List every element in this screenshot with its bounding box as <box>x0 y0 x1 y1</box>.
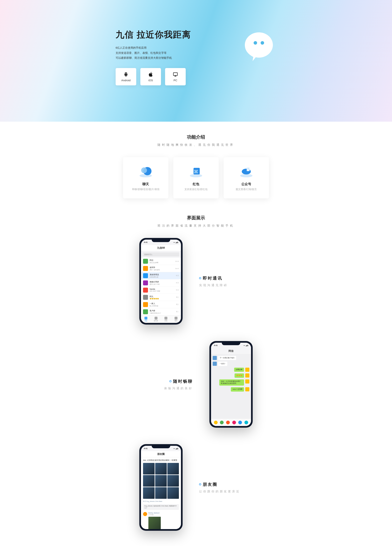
moments-feed: Mei, 记录我在城市里的美好瞬间 一组黄昏 昨天 Dog_Antonio Ch… <box>141 457 181 529</box>
brand-logo <box>241 29 276 64</box>
svg-point-0 <box>254 41 257 45</box>
avatar <box>143 280 148 285</box>
moments-image[interactable] <box>167 463 179 474</box>
showcase-item-chat: 9:41 ••• ◢ ▮ 阿信 下一次我们换个地方 一起去~ 好啊好啊 😊😊😊 … <box>0 341 392 428</box>
svg-rect-9 <box>247 167 250 171</box>
chat-time: 08:45 <box>175 268 179 269</box>
platform-pc-button[interactable]: PC <box>165 68 186 85</box>
tab-messages[interactable]: 消息 <box>141 316 151 323</box>
chat-feature-icon <box>136 164 155 179</box>
platform-android-label: Android <box>121 79 131 82</box>
showcase-chat-title: 随时畅聊 <box>173 379 193 384</box>
phone-search-input[interactable]: 搜索联系人 <box>143 252 179 256</box>
message-bubble[interactable]: 你好！今天有事情找你帮忙呢,能抽空过来看看吗 <box>219 379 244 386</box>
moments-image[interactable] <box>143 487 154 499</box>
phone-nav-title: 九信IM <box>141 245 181 251</box>
showcase-im-title: 即时通讯 <box>203 275 223 281</box>
message-bubble[interactable]: 😊😊😊 <box>235 373 244 377</box>
phone-status-bar: 9:41 ••• ◢ ▮ <box>141 240 181 245</box>
chat-preview: 😊😊😊😊😊 <box>150 298 174 299</box>
moments-image[interactable] <box>143 463 154 474</box>
feature-card-redpacket[interactable]: 红包 支持发送红包/群红包 <box>173 157 219 198</box>
avatar <box>213 362 217 366</box>
moments-image[interactable] <box>155 475 167 487</box>
input-action-button[interactable] <box>214 421 218 424</box>
moments-image-grid <box>143 463 179 499</box>
chat-list-item[interactable]: 系统管理员 欢迎使用九信 昨天 <box>141 272 181 280</box>
moments-image[interactable] <box>148 517 161 529</box>
showcase-item-moments: 9:41 ••• ◢ ▮ 朋友圈 Mei, 记录我在城市里的美好瞬间 一组黄昏 … <box>0 444 392 531</box>
moments-post2-name: Bobby Jackson <box>148 512 161 514</box>
chat-list-item[interactable]: 客户群 方案已经发过去了 周二 <box>141 308 181 315</box>
moments-image[interactable] <box>167 475 179 487</box>
chat-list-item[interactable]: Nanda 好的 知道了谢谢 昨天 <box>141 287 181 294</box>
hero-description: 6亿人正在使用的手机应用 支持发送语音、图片、表情、红包和文字等 可以建群群聊、… <box>116 45 229 61</box>
platform-pc-label: PC <box>174 79 177 82</box>
input-action-button[interactable] <box>238 421 242 424</box>
phone-mockup-chatlist: 9:41 ••• ◢ ▮ 九信IM 搜索联系人 阿信 最近怎么样啊 09:30 … <box>139 238 183 325</box>
chat-preview: 方案已经发过去了 <box>150 312 174 314</box>
showcase-text-moments: 朋友圈 让你跟你的朋友更亲近 <box>199 482 253 494</box>
chat-time: 周二 <box>176 311 179 313</box>
showcase-section: 界面展示 简洁的界面省流量支持大部分智能手机 9:41 ••• ◢ ▮ 九信IM… <box>0 207 392 546</box>
moments-image[interactable] <box>155 463 167 474</box>
showcase-moments-title: 朋友圈 <box>203 482 218 487</box>
platform-ios-button[interactable]: iOS <box>140 68 161 85</box>
message-bubble[interactable]: 一起去~ <box>218 362 227 366</box>
chat-name: 阿九 <box>150 295 174 298</box>
hero-line-2: 支持发送语音、图片、表情、红包和文字等 <box>116 51 229 56</box>
moments-image[interactable] <box>155 487 167 499</box>
message-row: 好啊好啊 <box>213 368 249 372</box>
phone-mockup-moments: 9:41 ••• ◢ ▮ 朋友圈 Mei, 记录我在城市里的美好瞬间 一组黄昏 … <box>139 444 183 531</box>
chat-list-item[interactable]: 阿信 最近怎么样啊 09:30 <box>141 258 181 265</box>
message-bubble[interactable]: hello? 在吗啊 <box>231 387 244 391</box>
showcase-title: 界面展示 <box>0 215 392 221</box>
feature-card-official[interactable]: 公众号 图文查看/订阅/留言 <box>224 157 269 198</box>
chat-name: 老同学 <box>150 266 174 269</box>
moments-comments: Dog_Antonio: 拍的真好看 Chris Mack: 构图很棒 学习了 <box>143 504 179 510</box>
showcase-chat-sub: 体验沟通的美好 <box>139 387 193 390</box>
showcase-text-im: 即时通讯 实现沟通无障碍 <box>199 275 253 287</box>
desktop-icon <box>173 72 178 77</box>
chat-list-item[interactable]: 一家人 晚上回来吃饭 周三 <box>141 301 181 308</box>
chat-preview: 好的 知道了谢谢 <box>150 290 174 292</box>
input-action-button[interactable] <box>244 421 248 424</box>
status-time: 9:41 <box>144 241 148 243</box>
message-bubble[interactable]: 好啊好啊 <box>234 368 244 372</box>
tab-discover[interactable]: 发现 <box>161 316 171 323</box>
feature-card-chat[interactable]: 聊天 单聊/群聊/语音/图片/表情 <box>123 157 168 198</box>
moments-image[interactable] <box>143 475 154 487</box>
input-action-button[interactable] <box>232 421 236 424</box>
message-bubble[interactable]: 下一次我们换个地方 <box>218 356 236 360</box>
chat-name: 一家人 <box>150 302 174 305</box>
chat-list-item[interactable]: 阿九 😊😊😊😊😊 周三 <box>141 294 181 301</box>
phone-tabbar: 消息 通讯录 发现 我的 <box>141 315 181 323</box>
phone-status-bar: 9:41 ••• ◢ ▮ <box>141 446 181 451</box>
bullet-icon <box>199 483 201 485</box>
tab-contacts[interactable]: 通讯录 <box>151 316 161 323</box>
input-action-button[interactable] <box>226 421 230 424</box>
chat-preview: [图片] 这个不错 <box>150 283 174 285</box>
apple-icon <box>148 72 153 77</box>
chat-input-bar[interactable] <box>211 419 251 426</box>
official-feature-icon <box>237 164 256 179</box>
platform-android-button[interactable]: Android <box>116 68 136 85</box>
svg-point-5 <box>190 174 202 177</box>
platform-buttons: Android iOS PC <box>116 68 229 85</box>
chat-list-item[interactable]: 老同学 周末一起吃饭吗 08:45 <box>141 265 181 272</box>
svg-point-4 <box>141 167 147 173</box>
chat-time: 昨天 <box>176 282 179 284</box>
moments-image[interactable] <box>167 487 179 499</box>
showcase-text-chat: 随时畅聊 体验沟通的美好 <box>139 379 193 390</box>
speech-bubble-icon <box>241 29 276 64</box>
tab-me[interactable]: 我的 <box>171 316 181 323</box>
feature-redpacket-name: 红包 <box>193 182 199 186</box>
bullet-icon <box>199 277 201 279</box>
feature-chat-name: 聊天 <box>142 182 149 186</box>
chat-list-item[interactable]: 购物分享群 [图片] 这个不错 昨天 <box>141 280 181 287</box>
showcase-im-sub: 实现沟通无障碍 <box>199 284 253 287</box>
avatar <box>143 259 148 264</box>
hero-line-3: 可以建群群聊、简洁省流量支持大部分智能手机 <box>116 55 229 61</box>
avatar[interactable] <box>143 512 147 516</box>
input-action-button[interactable] <box>220 421 224 424</box>
